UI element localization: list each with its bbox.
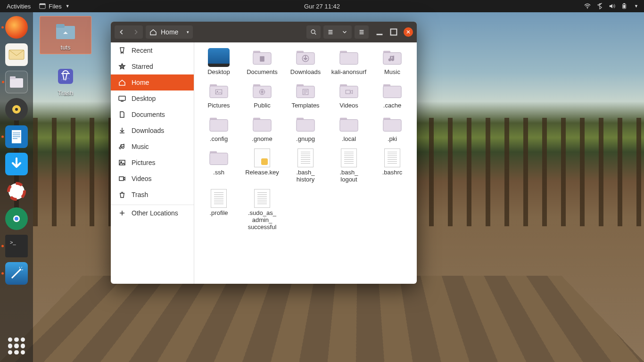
svg-rect-60 — [297, 119, 314, 131]
running-indicator-icon — [2, 81, 4, 83]
running-indicator-icon — [1, 272, 4, 275]
file-item[interactable]: Documents — [240, 46, 284, 78]
view-list-button[interactable] — [323, 25, 338, 39]
file-item[interactable]: Music — [371, 46, 414, 78]
sidebar-item-music[interactable]: Music — [111, 139, 194, 155]
file-item[interactable]: .pki — [371, 113, 414, 145]
dock-mail[interactable] — [5, 43, 28, 66]
dock-rhythmbox[interactable] — [5, 98, 28, 121]
battery-icon[interactable] — [621, 3, 627, 9]
wifi-icon[interactable] — [584, 3, 591, 9]
volume-icon[interactable] — [609, 3, 615, 9]
desktop: Activities Files ▼ Gur 27 11:42 ▼ — [0, 0, 644, 362]
svg-line-16 — [12, 270, 20, 278]
dock-libreoffice-writer[interactable] — [5, 125, 28, 148]
svg-rect-37 — [340, 53, 358, 65]
text-file-icon — [254, 189, 270, 208]
sidebar-item-videos[interactable]: Videos — [111, 171, 194, 187]
file-item[interactable]: Public — [240, 80, 284, 111]
file-item[interactable]: .config — [197, 113, 240, 145]
svg-rect-19 — [56, 24, 65, 28]
folder-icon — [295, 48, 316, 66]
file-label: .config — [210, 136, 228, 143]
path-bar[interactable]: Home ▾ — [146, 25, 193, 39]
file-label: Desktop — [207, 69, 230, 76]
sidebar-item-pictures[interactable]: Pictures — [111, 155, 194, 171]
text-file-icon — [297, 148, 314, 167]
file-item[interactable]: .cache — [371, 80, 414, 111]
dock-screenshot[interactable] — [5, 262, 28, 285]
dock-download[interactable] — [5, 153, 28, 175]
svg-rect-54 — [383, 86, 401, 98]
file-item[interactable]: .profile — [197, 187, 240, 233]
svg-rect-5 — [623, 5, 625, 8]
back-button[interactable] — [115, 25, 129, 39]
sidebar-item-label: Desktop — [132, 95, 156, 102]
sidebar-item-label: Other Locations — [132, 209, 178, 217]
forward-button[interactable] — [129, 25, 143, 39]
file-item[interactable]: .ssh — [197, 147, 240, 185]
file-label: Release.key — [245, 169, 279, 176]
search-button[interactable] — [306, 25, 321, 39]
file-label: .bashrc — [382, 169, 403, 176]
sidebar-item-desktop[interactable]: Desktop — [111, 90, 194, 107]
titlebar[interactable]: Home ▾ ✕ — [111, 22, 417, 42]
file-item[interactable]: Templates — [284, 80, 327, 111]
sidebar-item-trash[interactable]: Trash — [111, 187, 194, 203]
app-menu[interactable]: Files ▼ — [39, 3, 69, 10]
view-dropdown-button[interactable] — [338, 25, 352, 39]
file-item[interactable]: .gnupg — [284, 113, 327, 145]
svg-point-2 — [587, 8, 588, 9]
wand-icon — [6, 263, 27, 284]
file-item[interactable]: .bash_history — [284, 147, 327, 185]
sidebar-item-label: Pictures — [132, 159, 156, 166]
folder-icon — [338, 48, 360, 66]
file-item[interactable]: Release.key — [240, 147, 284, 185]
bluetooth-icon[interactable] — [596, 3, 603, 9]
file-item[interactable]: kali-anonsurf — [327, 46, 371, 78]
hamburger-menu-button[interactable] — [355, 25, 369, 39]
file-item[interactable]: Videos — [327, 80, 371, 111]
close-button[interactable]: ✕ — [404, 27, 413, 37]
envelope-icon — [6, 44, 27, 65]
file-item[interactable]: .sudo_as_admin_successful — [240, 187, 284, 233]
file-item[interactable]: Pictures — [197, 80, 240, 111]
file-item[interactable]: Downloads — [284, 46, 327, 78]
path-dropdown-icon[interactable]: ▾ — [187, 30, 189, 34]
svg-rect-29 — [119, 177, 124, 181]
dock-firefox[interactable] — [5, 16, 28, 39]
minimize-button[interactable] — [375, 28, 384, 36]
folder-icon — [381, 115, 403, 133]
file-item[interactable]: Desktop — [197, 46, 240, 78]
file-item[interactable]: .bash_logout — [327, 147, 371, 185]
dock-help[interactable] — [5, 180, 28, 203]
clock[interactable]: Gur 27 11:42 — [304, 3, 340, 10]
file-manager-icon — [6, 72, 27, 92]
desktop-folder-tuts[interactable]: tuts — [40, 16, 91, 54]
file-item[interactable]: .bashrc — [371, 147, 414, 185]
dock-files[interactable] — [5, 71, 28, 93]
sidebar-item-recent[interactable]: Recent — [111, 42, 194, 58]
file-label: .profile — [209, 210, 228, 217]
folder-icon — [208, 115, 230, 133]
sidebar-item-documents[interactable]: Documents — [111, 107, 194, 123]
system-menu-chevron-icon[interactable]: ▼ — [634, 4, 638, 8]
sidebar-item-home[interactable]: Home — [111, 74, 194, 90]
activities-button[interactable]: Activities — [7, 3, 31, 10]
file-label: .bash_history — [296, 169, 314, 183]
sidebar-item-downloads[interactable]: Downloads — [111, 123, 194, 139]
sidebar-item-other-locations[interactable]: Other Locations — [111, 205, 194, 221]
file-grid[interactable]: Desktop Documents Downloads kali-anonsur… — [194, 42, 417, 284]
maximize-button[interactable] — [389, 28, 398, 36]
dock-terminal[interactable]: >_ — [5, 235, 28, 257]
file-label: .ssh — [213, 169, 224, 176]
svg-point-14 — [15, 217, 18, 221]
desktop-trash[interactable]: Trash — [40, 65, 91, 97]
dock-chrome[interactable] — [5, 207, 28, 230]
pictures-icon — [118, 159, 126, 166]
file-item[interactable]: .gnome — [240, 113, 284, 145]
file-item[interactable]: .local — [327, 113, 371, 145]
files-window: Home ▾ ✕ Rec — [111, 22, 417, 284]
show-applications-button[interactable] — [8, 337, 25, 354]
sidebar-item-starred[interactable]: Starred — [111, 58, 194, 74]
